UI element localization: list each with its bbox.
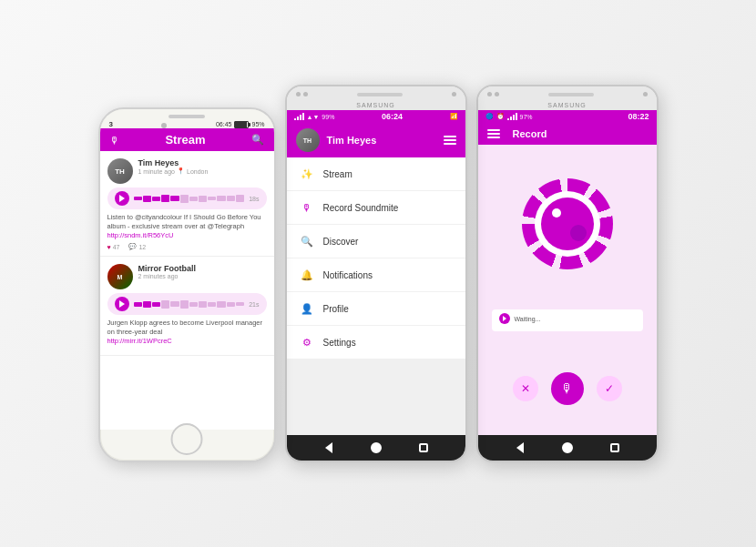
samsung-left-user-name: Tim Heyes [327,135,377,146]
samsung-left-top [287,86,465,100]
home-button-right[interactable] [559,440,576,456]
waveform [134,194,245,203]
play-button-2[interactable] [115,297,129,311]
iphone-battery-icon [234,121,249,128]
face-dot1 [552,208,561,218]
samsung-right-device: SAMSUNG 🔵 ⏰ 97% 08:22 [476,85,659,462]
samsung-right-speaker [548,93,594,96]
post-1-link[interactable]: http://sndm.it/R56YcU [107,231,174,239]
post-2-audio-player[interactable]: 21s [107,293,267,315]
back-button[interactable] [321,440,337,456]
iphone-home-button[interactable] [171,423,203,455]
post-1-text: Listen to @cityandcolour If I Should Go … [107,213,267,239]
heart-icon: ♥ [107,244,111,250]
post-1-duration: 18s [249,196,259,202]
samsung-left-dots [296,92,308,96]
play-triangle-icon-2 [119,300,125,308]
post-2-author: Mirror Football [138,264,267,273]
iphone-speaker [169,115,205,118]
notifications-icon: 🔔 [300,268,314,282]
home-button[interactable] [368,440,384,456]
menu-settings-label: Settings [323,338,356,348]
post-1-audio-player[interactable]: 18s [107,187,267,209]
menu-item-profile[interactable]: 👤 Profile [287,292,465,326]
record-controls: ✕ 🎙 ✓ [513,372,622,405]
samsung-right-header: Record [478,123,657,145]
samsung-right-top [478,86,657,100]
samsung-left-time: 06:24 [382,112,403,121]
samsung-right-battery: 97% [520,114,533,120]
menu-record-label: Record Soundmite [323,203,399,213]
post-2-duration: 21s [249,301,259,308]
dial-face [541,198,594,250]
samsung-left-speaker [357,93,403,96]
samsung-left-battery: 99% [322,114,334,120]
discover-icon: 🔍 [300,234,314,248]
samsung-left-logo: SAMSUNG [287,100,465,110]
iphone-device: 3 06:45 95% 🎙 Stream 🔍 TH [98,107,276,462]
iphone-header: 🎙 Stream 🔍 [100,128,274,151]
menu-item-stream[interactable]: ✨ Stream [287,157,465,191]
samsung-right-logo: SAMSUNG [478,100,657,110]
samsung-left-bottom-nav [287,435,465,461]
waveform-2 [134,299,245,309]
search-icon[interactable]: 🔍 [251,134,264,146]
preview-waiting: Waiting... [515,316,541,322]
menu-item-notifications[interactable]: 🔔 Notifications [287,258,465,292]
samsung-right-camera [643,92,648,96]
menu-profile-label: Profile [323,304,349,314]
menu-item-settings[interactable]: ⚙ Settings [287,326,465,360]
profile-icon: 👤 [300,301,314,316]
post-1: TH Tim Heyes 1 minute ago 📍 London [100,151,274,257]
samsung-right-time: 08:22 [628,112,649,121]
play-triangle-icon [119,195,125,202]
recents-button-right[interactable] [607,440,623,456]
face-dot2 [570,225,587,241]
samsung-left-status: ▲▼ 99% 06:24 📶 [287,110,465,123]
back-button-right[interactable] [512,440,528,456]
samsung-left-user-avatar: TH [296,128,320,152]
hamburger-menu-icon[interactable] [444,136,456,145]
iphone-battery: 95% [251,121,264,127]
menu-item-record[interactable]: 🎙 Record Soundmite [287,191,465,225]
cancel-button[interactable]: ✕ [513,376,538,401]
record-hamburger-icon [487,129,500,138]
preview-item-1: Waiting... [499,313,636,324]
samsung-right-bottom-nav [478,435,657,461]
samsung-right-header-title: Record [513,128,547,139]
post-1-actions: ♥ 47 💬 12 [107,243,267,250]
post-1-author: Tim Heyes [138,158,267,167]
stream-preview: Waiting... [492,309,643,331]
settings-icon: ⚙ [300,335,314,349]
post-2-link[interactable]: http://mirr.it/1WPcreC [107,337,172,345]
like-action[interactable]: ♥ 47 [107,243,120,250]
signal-bars-right [507,113,517,120]
menu-notifications-label: Notifications [323,270,373,280]
menu-item-discover[interactable]: 🔍 Discover [287,225,465,258]
post-1-time: 1 minute ago 📍 London [138,167,267,175]
confirm-button[interactable]: ✓ [597,376,622,401]
recents-button[interactable] [415,440,432,456]
play-button[interactable] [115,191,129,206]
comment-icon: 💬 [128,243,137,250]
post-2: M Mirror Football 2 minutes ago [100,257,274,355]
iphone-time: 06:45 [216,121,232,127]
signal-bars [294,113,304,120]
samsung-right-status: 🔵 ⏰ 97% 08:22 [478,110,657,123]
record-mic-button[interactable]: 🎙 [551,372,584,405]
dial-inner [535,191,600,257]
mic-icon[interactable]: 🎙 [109,135,119,146]
iphone-content: TH Tim Heyes 1 minute ago 📍 London [100,151,274,430]
wifi-icon: 📶 [450,113,458,120]
comment-action[interactable]: 💬 12 [128,243,146,250]
menu-discover-label: Discover [323,237,359,247]
samsung-left-status-right: 📶 [450,113,458,120]
samsung-left-menu: ✨ Stream 🎙 Record Soundmite 🔍 Discover 🔔… [287,157,465,360]
samsung-right-dots [487,92,499,96]
stream-icon: ✨ [300,167,314,181]
preview-play-btn[interactable] [499,313,510,324]
location-icon: 📍 [177,167,185,175]
samsung-left-device: SAMSUNG ▲▼ 99% 06:24 📶 TH [285,85,467,462]
post-2-time: 2 minutes ago [138,273,267,279]
menu-stream-label: Stream [323,169,352,179]
